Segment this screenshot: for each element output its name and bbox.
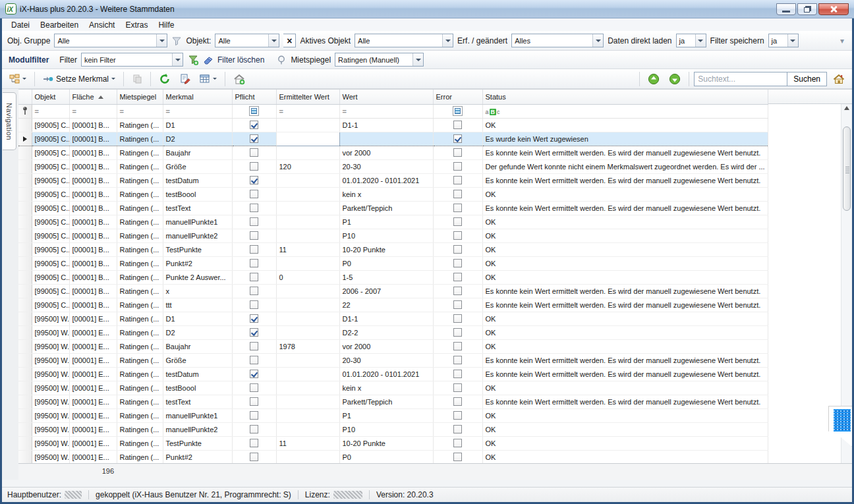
pflicht-checkbox[interactable] xyxy=(250,148,258,157)
cell-status[interactable]: OK xyxy=(482,187,768,201)
cell-error[interactable] xyxy=(433,422,482,436)
home-button[interactable] xyxy=(830,71,848,87)
filter-eq-cell[interactable]: = xyxy=(117,104,163,118)
cell-merkmal[interactable]: testBoool xyxy=(163,187,232,201)
column-header-objekt[interactable]: Objekt xyxy=(32,90,69,104)
cell-flaeche[interactable]: [00001] E... xyxy=(69,367,117,381)
cell-flaeche[interactable]: [00001] B... xyxy=(69,118,117,132)
search-input[interactable] xyxy=(694,72,787,86)
cell-flaeche[interactable]: [00001] E... xyxy=(69,353,117,367)
row-indicator[interactable] xyxy=(18,146,32,159)
menu-item-bearbeiten[interactable]: Bearbeiten xyxy=(35,19,84,31)
row-indicator[interactable] xyxy=(18,256,32,270)
cell-wert[interactable]: 01.01.2020 - 0101.2021 xyxy=(339,367,433,381)
error-checkbox[interactable] xyxy=(453,383,462,392)
cell-pflicht[interactable] xyxy=(232,132,276,146)
error-checkbox[interactable] xyxy=(453,121,462,129)
pflicht-checkbox[interactable] xyxy=(250,176,258,184)
cell-merkmal[interactable]: Punkte 2 Auswer... xyxy=(163,270,232,284)
cell-objekt[interactable]: [99005] C... xyxy=(32,159,69,173)
cell-wert[interactable]: P1 xyxy=(339,408,433,422)
cell-objekt[interactable]: [99500] W... xyxy=(32,395,69,408)
error-checkbox[interactable] xyxy=(453,356,462,364)
cell-status[interactable]: Es konnte kein Wert ermittelt werden. Es… xyxy=(482,201,768,215)
error-checkbox[interactable] xyxy=(453,162,462,171)
pflicht-checkbox[interactable] xyxy=(250,245,258,254)
cell-error[interactable] xyxy=(433,215,482,229)
row-indicator[interactable] xyxy=(18,325,32,339)
cell-merkmal[interactable]: testText xyxy=(163,201,232,215)
cell-error[interactable] xyxy=(433,353,482,367)
error-checkbox[interactable] xyxy=(453,176,462,184)
cell-objekt[interactable]: [99500] W... xyxy=(32,312,69,325)
cell-mietspiegel[interactable]: Ratingen (... xyxy=(117,256,163,270)
row-indicator[interactable] xyxy=(18,132,32,146)
chevron-down-icon[interactable] xyxy=(787,34,798,47)
cell-error[interactable] xyxy=(433,256,482,270)
cell-ermittelter-wert[interactable]: 11 xyxy=(276,436,339,450)
pflicht-checkbox[interactable] xyxy=(250,342,258,350)
cell-objekt[interactable]: [99005] C... xyxy=(32,201,69,215)
pflicht-checkbox[interactable] xyxy=(250,231,258,240)
column-header-wert[interactable]: Wert xyxy=(339,90,433,104)
cell-merkmal[interactable]: manuellPunkte1 xyxy=(163,408,232,422)
cell-flaeche[interactable]: [00001] B... xyxy=(69,256,117,270)
cell-objekt[interactable]: [99500] W... xyxy=(32,339,69,353)
scrollbar-thumb[interactable] xyxy=(843,126,851,211)
cell-ermittelter-wert[interactable]: 1978 xyxy=(276,339,339,353)
cell-objekt[interactable]: [99500] W... xyxy=(32,353,69,367)
error-checkbox[interactable] xyxy=(453,439,462,447)
column-header-fl-che[interactable]: Fläche xyxy=(69,90,117,104)
row-indicator[interactable] xyxy=(18,339,32,353)
cell-status[interactable]: OK xyxy=(482,270,768,284)
cell-wert[interactable]: 20-30 xyxy=(339,159,433,173)
obj-gruppe-select[interactable]: Alle xyxy=(54,34,167,47)
cell-flaeche[interactable]: [00001] B... xyxy=(69,270,117,284)
cell-merkmal[interactable]: testText xyxy=(163,395,232,408)
cell-flaeche[interactable]: [00001] B... xyxy=(69,215,117,229)
eraser-icon[interactable] xyxy=(203,55,214,65)
cell-pflicht[interactable] xyxy=(232,408,276,422)
cell-status[interactable]: Es konnte kein Wert ermittelt werden. Es… xyxy=(482,173,768,187)
error-checkbox[interactable] xyxy=(453,273,462,281)
cell-ermittelter-wert[interactable]: 11 xyxy=(276,242,339,256)
pflicht-checkbox[interactable] xyxy=(250,162,258,171)
cell-ermittelter-wert[interactable] xyxy=(276,353,339,367)
row-indicator[interactable] xyxy=(18,270,32,284)
cell-merkmal[interactable]: manuellPunkte1 xyxy=(163,215,232,229)
cell-error[interactable] xyxy=(433,367,482,381)
cell-merkmal[interactable]: Punkt#2 xyxy=(163,256,232,270)
pflicht-checkbox[interactable] xyxy=(250,383,258,392)
cell-mietspiegel[interactable]: Ratingen (... xyxy=(117,159,163,173)
cell-flaeche[interactable]: [00001] E... xyxy=(69,436,117,450)
cell-merkmal[interactable]: D1 xyxy=(163,118,232,132)
scroll-up-icon[interactable] xyxy=(844,106,849,110)
error-checkbox[interactable] xyxy=(453,204,462,212)
cell-pflicht[interactable] xyxy=(232,146,276,159)
cell-flaeche[interactable]: [00001] B... xyxy=(69,159,117,173)
cell-mietspiegel[interactable]: Ratingen (... xyxy=(117,325,163,339)
row-indicator[interactable] xyxy=(18,298,32,312)
cell-error[interactable] xyxy=(433,298,482,312)
cell-wert[interactable]: P10 xyxy=(339,422,433,436)
add-object-button[interactable] xyxy=(230,71,248,87)
row-indicator[interactable] xyxy=(18,408,32,422)
cell-ermittelter-wert[interactable] xyxy=(276,118,339,132)
cell-flaeche[interactable]: [00001] B... xyxy=(69,173,117,187)
cell-merkmal[interactable]: testBoool xyxy=(163,381,232,395)
cell-pflicht[interactable] xyxy=(232,312,276,325)
pflicht-checkbox[interactable] xyxy=(250,273,258,281)
toolbar-overflow-chevron[interactable]: ▾ xyxy=(840,36,844,45)
filter-add-icon[interactable] xyxy=(187,54,199,66)
cell-ermittelter-wert[interactable] xyxy=(276,422,339,436)
error-checkbox[interactable] xyxy=(453,231,462,240)
pflicht-checkbox[interactable] xyxy=(250,190,258,198)
cell-pflicht[interactable] xyxy=(232,270,276,284)
cell-ermittelter-wert[interactable] xyxy=(276,201,339,215)
pflicht-checkbox[interactable] xyxy=(250,439,258,447)
cell-merkmal[interactable]: Baujahr xyxy=(163,339,232,353)
cell-ermittelter-wert[interactable] xyxy=(276,408,339,422)
chevron-down-icon[interactable] xyxy=(172,53,183,66)
cell-flaeche[interactable]: [00001] E... xyxy=(69,395,117,408)
cell-ermittelter-wert[interactable] xyxy=(276,229,339,242)
